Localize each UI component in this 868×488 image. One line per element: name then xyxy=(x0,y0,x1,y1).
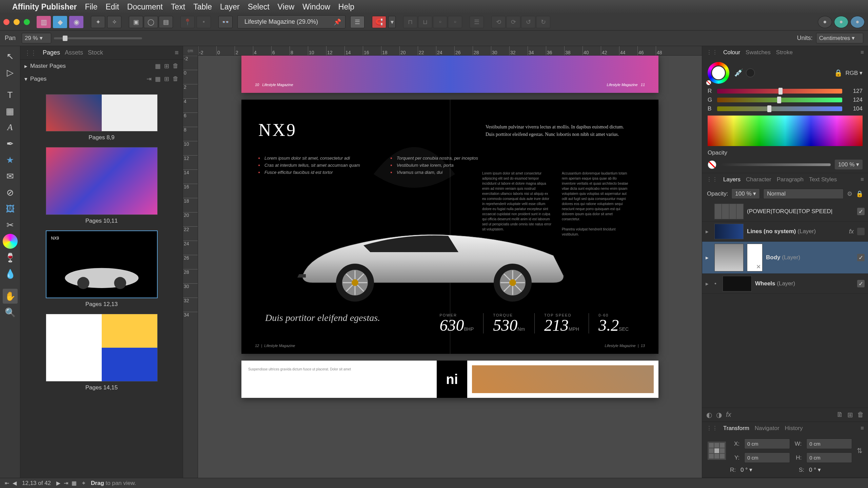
menu-select[interactable]: Select xyxy=(248,2,270,12)
menu-text[interactable]: Text xyxy=(171,2,185,12)
fx-icon[interactable]: fx xyxy=(849,228,854,235)
pan-tool[interactable]: ✋ xyxy=(3,289,18,304)
fx-layer-icon[interactable]: fx xyxy=(726,411,731,419)
color-picker-tool[interactable]: 💧 xyxy=(3,266,18,281)
rotation-input[interactable]: 0 ° ▾ xyxy=(741,466,794,473)
vector-crop-tool[interactable]: ⊘ xyxy=(3,185,18,200)
master-grid-icon[interactable]: ▦ xyxy=(155,62,161,70)
artistic-text-tool[interactable]: A xyxy=(3,120,18,135)
toolbar-btn-pin2[interactable]: ▪ xyxy=(197,16,211,28)
align-btn-3[interactable]: ▫ xyxy=(433,16,447,28)
tab-character[interactable]: Character xyxy=(746,176,771,183)
tab-pages[interactable]: Pages xyxy=(43,49,60,56)
w-input[interactable] xyxy=(806,439,852,449)
lock-icon[interactable]: 🔒 xyxy=(834,69,843,77)
hue-saturation-picker[interactable] xyxy=(708,116,863,146)
help-icon[interactable]: ● xyxy=(850,16,865,28)
flip-h[interactable]: ⟲ xyxy=(491,16,506,28)
tab-assets[interactable]: Assets xyxy=(65,49,83,56)
spread-thumb-14-15[interactable]: Pages 14,15 xyxy=(46,314,158,391)
move-tool[interactable]: ↖ xyxy=(3,49,18,64)
pin-icon[interactable]: 📌 xyxy=(334,18,341,26)
master-add-icon[interactable]: ⊞ xyxy=(164,62,169,70)
pages-grid-icon[interactable]: ▦ xyxy=(155,75,161,83)
panel-grip-icon[interactable]: ⋮⋮ xyxy=(706,49,718,56)
account-icon[interactable]: ● xyxy=(818,16,832,28)
toolbar-btn-1[interactable]: ✦ xyxy=(91,16,105,28)
menu-help[interactable]: Help xyxy=(338,2,354,12)
pages-label[interactable]: Pages xyxy=(30,76,46,82)
tab-paragraph[interactable]: Paragraph xyxy=(777,176,804,183)
menu-view[interactable]: View xyxy=(278,2,294,12)
tab-swatches[interactable]: Swatches xyxy=(746,49,771,56)
play-layer-icon[interactable]: ▸ xyxy=(706,254,711,261)
panel-options-icon[interactable]: ≡ xyxy=(861,49,864,56)
r-slider[interactable] xyxy=(717,89,842,94)
node-tool[interactable]: ▷ xyxy=(3,65,18,80)
opacity-slider[interactable] xyxy=(721,163,831,166)
rotate-cw[interactable]: ↻ xyxy=(536,16,550,28)
color-wells[interactable] xyxy=(708,62,729,84)
panel-options-icon[interactable]: ≡ xyxy=(175,49,179,57)
canvas[interactable]: cm -202468101214161820222426283032343638… xyxy=(183,46,702,478)
ruler-horizontal[interactable]: -202468101214161820222426283032343638404… xyxy=(198,46,702,56)
close-window[interactable] xyxy=(3,19,9,25)
layer-visible-checkbox[interactable] xyxy=(857,228,865,235)
y-input[interactable] xyxy=(744,452,790,463)
clip-to-canvas[interactable]: ▣ xyxy=(129,16,143,28)
panel-grip-icon[interactable]: ⋮⋮ xyxy=(706,176,718,183)
zoom-window[interactable] xyxy=(24,19,30,25)
minimize-window[interactable] xyxy=(14,19,20,25)
units-select[interactable]: Centimetres ▾ xyxy=(816,33,863,43)
view-mode-toggle[interactable]: ☰ xyxy=(350,16,364,28)
expand-layer-icon[interactable]: ▸ xyxy=(706,280,711,287)
b-slider[interactable] xyxy=(717,106,842,111)
add-layer-icon[interactable]: 🗎 xyxy=(836,411,843,419)
layer-row-table[interactable]: (POWER|TORQUE|TOP SPEED| ✓ xyxy=(702,202,868,222)
eyedropper-icon[interactable]: 💉 xyxy=(734,68,743,77)
layer-row-body[interactable]: ▸ ✕ Body (Layer) ✓ xyxy=(702,242,868,274)
pen-tool[interactable]: ✒ xyxy=(3,136,18,151)
adjustment-layer-icon[interactable]: ◑ xyxy=(716,411,722,419)
link-dimensions-icon[interactable]: ⇅ xyxy=(857,447,863,455)
spread-thumb-10-11[interactable]: Pages 10,11 xyxy=(46,147,158,224)
g-slider[interactable] xyxy=(717,98,842,102)
panel-options-icon[interactable]: ≡ xyxy=(861,176,864,183)
tab-colour[interactable]: Colour xyxy=(723,49,740,56)
duplicate-layer-icon[interactable]: ⊞ xyxy=(847,411,853,419)
crop-tool[interactable]: ✂ xyxy=(3,218,18,232)
menu-layer[interactable]: Layer xyxy=(220,2,240,12)
h-input[interactable] xyxy=(806,452,852,463)
snapping-options[interactable]: ▾ xyxy=(388,16,396,28)
prev-page-icon[interactable]: ◀ xyxy=(13,480,17,486)
gear-icon[interactable]: ⚙ xyxy=(847,190,852,198)
document-title[interactable]: Lifestyle Magazine (29.0%) 📌 xyxy=(237,15,346,28)
page-options-icon[interactable]: ▦ xyxy=(72,480,77,486)
layer-visible-checkbox[interactable]: ✓ xyxy=(857,208,865,215)
photo-persona[interactable]: ◉ xyxy=(69,16,83,28)
anchor-selector[interactable] xyxy=(708,442,726,460)
zoom-slider[interactable] xyxy=(54,37,142,39)
no-opacity-chip[interactable] xyxy=(708,160,716,169)
align-btn-2[interactable]: ⊔ xyxy=(418,16,432,28)
layer-row-lines[interactable]: ▸ Lines (no system) (Layer) fx xyxy=(702,222,868,242)
layer-lock-icon[interactable]: 🔒 xyxy=(856,190,863,198)
pages-delete-icon[interactable]: 🗑 xyxy=(173,75,179,83)
publisher-persona[interactable]: ▥ xyxy=(37,16,51,28)
color-mode-select[interactable]: RGB ▾ xyxy=(845,69,863,77)
current-spread[interactable]: NX9 Vestibulum pulvinar viverra lectus a… xyxy=(241,100,658,354)
tab-stroke[interactable]: Stroke xyxy=(776,49,793,56)
arrange-btn[interactable]: ☰ xyxy=(470,16,484,28)
none-chip[interactable] xyxy=(706,80,712,86)
blend-mode-select[interactable]: Normal xyxy=(763,189,844,199)
last-page-icon[interactable]: ⇥ xyxy=(64,480,68,486)
tab-history[interactable]: History xyxy=(785,425,803,432)
toolbar-btn-2[interactable]: ✧ xyxy=(107,16,121,28)
tab-layers[interactable]: Layers xyxy=(723,176,741,183)
rotate-ccw[interactable]: ↺ xyxy=(521,16,535,28)
snapping-toggle[interactable]: 🧲 xyxy=(372,16,386,28)
mask-layer-icon[interactable]: ◐ xyxy=(706,411,712,419)
fill-tool[interactable] xyxy=(3,234,18,249)
toolbar-btn-baseline[interactable]: ▤ xyxy=(159,16,173,28)
toolbar-btn-pin1[interactable]: 📍 xyxy=(180,16,195,28)
